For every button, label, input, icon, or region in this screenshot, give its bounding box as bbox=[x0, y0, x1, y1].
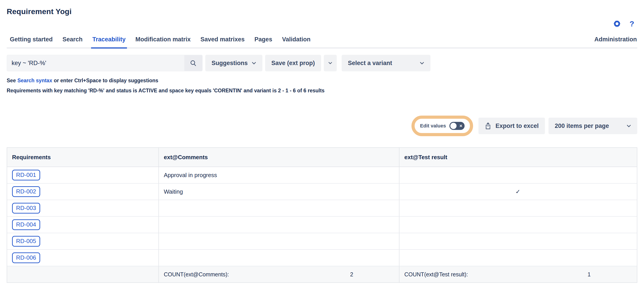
tab-pages[interactable]: Pages bbox=[254, 34, 273, 47]
chevron-down-icon bbox=[626, 124, 631, 127]
edit-values-toggle[interactable]: ✕ bbox=[450, 122, 464, 130]
comments-count-label: COUNT(ext@Comments): bbox=[164, 271, 229, 278]
hint-prefix: See bbox=[7, 78, 16, 83]
header-requirements: Requirements bbox=[7, 148, 159, 167]
test-result-cell[interactable] bbox=[400, 167, 636, 183]
search-syntax-link[interactable]: Search syntax bbox=[18, 78, 52, 83]
tab-traceability[interactable]: Traceability bbox=[92, 34, 126, 47]
search-syntax-hint: SeeSearch syntaxor enter Ctrl+Space to d… bbox=[7, 78, 637, 84]
comments-count-value: 2 bbox=[350, 271, 353, 278]
suggestions-label: Suggestions bbox=[212, 60, 248, 67]
requirement-yogi-page: Requirement Yogi ? Getting started Searc… bbox=[0, 0, 644, 283]
comments-cell[interactable] bbox=[159, 200, 400, 216]
requirement-key-badge[interactable]: RD-005 bbox=[12, 236, 40, 247]
toggle-knob bbox=[450, 123, 456, 129]
chevron-down-icon bbox=[252, 62, 256, 65]
export-to-excel-button[interactable]: Export to excel bbox=[478, 118, 545, 134]
results-summary: Requirements with key matching 'RD-%' an… bbox=[7, 88, 637, 94]
items-per-page-select[interactable]: 200 items per page bbox=[548, 118, 637, 134]
footer-test-count-cell: COUNT(ext@Test result): 1 bbox=[400, 266, 636, 282]
test-result-cell[interactable]: ✓ bbox=[400, 184, 636, 200]
requirement-key-badge[interactable]: RD-006 bbox=[12, 252, 40, 263]
table-controls: Edit values ✕ Export to excel 200 items … bbox=[7, 113, 637, 138]
traceability-table: Requirements ext@Comments ext@Test resul… bbox=[7, 147, 637, 283]
edit-values-highlight-annotation: Edit values ✕ bbox=[412, 116, 473, 136]
variant-select[interactable]: Select a variant bbox=[342, 55, 430, 71]
table-header-row: Requirements ext@Comments ext@Test resul… bbox=[7, 148, 637, 167]
test-result-cell[interactable] bbox=[400, 250, 636, 266]
export-icon bbox=[485, 122, 491, 129]
search-submit-button[interactable] bbox=[184, 55, 202, 71]
variant-select-value: Select a variant bbox=[348, 60, 392, 67]
chevron-down-icon bbox=[328, 62, 332, 64]
save-label: Save (ext prop) bbox=[271, 60, 315, 67]
comments-cell[interactable] bbox=[159, 217, 400, 233]
search-icon bbox=[190, 59, 197, 67]
help-icon[interactable]: ? bbox=[630, 20, 634, 28]
table-row: RD-004 bbox=[7, 217, 637, 233]
requirement-key-badge[interactable]: RD-004 bbox=[12, 219, 40, 230]
comments-cell[interactable]: Approval in progress bbox=[159, 167, 400, 183]
chevron-down-icon bbox=[420, 62, 424, 65]
tab-getting-started[interactable]: Getting started bbox=[9, 34, 53, 47]
footer-empty-cell bbox=[7, 266, 159, 282]
export-label: Export to excel bbox=[496, 122, 539, 129]
comments-cell[interactable]: Waiting bbox=[159, 184, 400, 200]
settings-gear-icon[interactable] bbox=[613, 20, 621, 28]
requirement-key-badge[interactable]: RD-003 bbox=[12, 203, 40, 214]
hint-suffix: or enter Ctrl+Space to display suggestio… bbox=[54, 78, 158, 83]
toggle-off-x-icon: ✕ bbox=[459, 124, 462, 128]
items-per-page-value: 200 items per page bbox=[555, 122, 609, 129]
header-icons: ? bbox=[613, 20, 634, 28]
test-count-label: COUNT(ext@Test result): bbox=[404, 271, 468, 278]
test-result-cell[interactable] bbox=[400, 200, 636, 216]
tab-search[interactable]: Search bbox=[62, 34, 83, 47]
search-toolbar: Suggestions Save (ext prop) Select a var… bbox=[7, 55, 637, 71]
tab-validation[interactable]: Validation bbox=[282, 34, 311, 47]
tab-modification-matrix[interactable]: Modification matrix bbox=[135, 34, 191, 47]
save-options-caret-button[interactable] bbox=[324, 55, 337, 71]
test-result-cell[interactable] bbox=[400, 217, 636, 233]
requirement-key-badge[interactable]: RD-001 bbox=[12, 170, 40, 181]
tab-administration[interactable]: Administration bbox=[594, 34, 637, 47]
table-row: RD-001 Approval in progress bbox=[7, 167, 637, 184]
comments-cell[interactable] bbox=[159, 250, 400, 266]
requirement-key-badge[interactable]: RD-002 bbox=[12, 186, 40, 197]
table-row: RD-006 bbox=[7, 250, 637, 266]
search-field bbox=[7, 55, 202, 71]
test-result-cell[interactable] bbox=[400, 233, 636, 249]
edit-values-label: Edit values bbox=[420, 123, 446, 129]
table-row: RD-005 bbox=[7, 233, 637, 250]
tab-bar: Getting started Search Traceability Modi… bbox=[7, 34, 637, 49]
suggestions-button[interactable]: Suggestions bbox=[205, 55, 262, 71]
table-footer-row: COUNT(ext@Comments): 2 COUNT(ext@Test re… bbox=[7, 266, 637, 282]
page-title: Requirement Yogi bbox=[7, 0, 637, 16]
footer-comments-count-cell: COUNT(ext@Comments): 2 bbox=[159, 266, 400, 282]
header-ext-test-result: ext@Test result bbox=[400, 148, 636, 167]
table-row: RD-003 bbox=[7, 200, 637, 217]
save-ext-prop-button[interactable]: Save (ext prop) bbox=[265, 55, 321, 71]
search-input[interactable] bbox=[7, 55, 184, 71]
test-count-value: 1 bbox=[588, 271, 591, 278]
comments-cell[interactable] bbox=[159, 233, 400, 249]
tab-saved-matrixes[interactable]: Saved matrixes bbox=[200, 34, 245, 47]
header-ext-comments: ext@Comments bbox=[159, 148, 400, 167]
table-row: RD-002 Waiting ✓ bbox=[7, 184, 637, 200]
table-body: RD-001 Approval in progress RD-002 Waiti… bbox=[7, 167, 637, 266]
